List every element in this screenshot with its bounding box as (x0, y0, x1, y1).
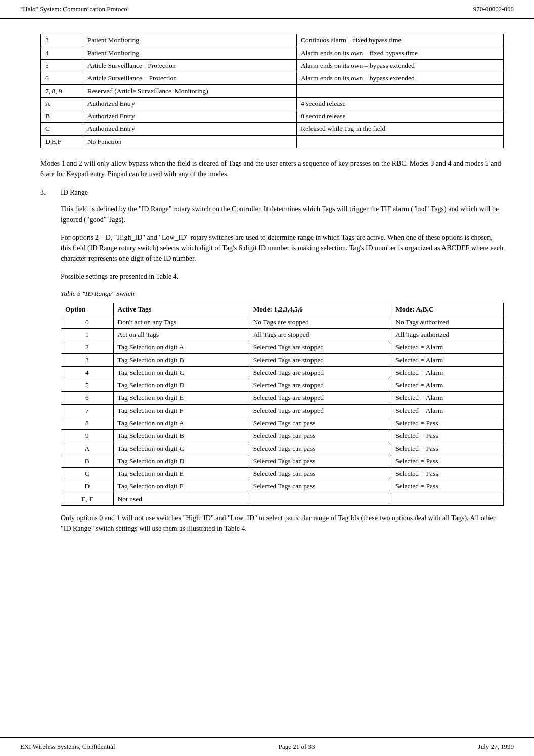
page-content: 3Patient MonitoringContinuos alarm – fix… (0, 19, 534, 571)
header-right: 970-00002-000 (473, 5, 514, 13)
table-row: AAuthorized Entry4 second release (41, 98, 504, 110)
header-left: "Halo" System: Communication Protocol (20, 5, 129, 13)
table-row: DTag Selection on digit FSelected Tags c… (61, 480, 504, 493)
table-row: BTag Selection on digit DSelected Tags c… (61, 455, 504, 468)
section-number: 3. (40, 189, 61, 197)
table-row: 8Tag Selection on digit ASelected Tags c… (61, 417, 504, 430)
table-row: 0Don't act on any TagsNo Tags are stoppe… (61, 316, 504, 329)
table-row: BAuthorized Entry8 second release (41, 110, 504, 123)
footer-center: Page 21 of 33 (279, 743, 315, 751)
table-row: 6Tag Selection on digit ESelected Tags a… (61, 392, 504, 405)
section-title: ID Range (61, 189, 88, 197)
table-row: 7, 8, 9Reserved (Article Surveillance–Mo… (41, 85, 504, 98)
table-row: 9Tag Selection on digit BSelected Tags c… (61, 430, 504, 442)
top-table: 3Patient MonitoringContinuos alarm – fix… (40, 34, 504, 148)
table-row: 4Tag Selection on digit CSelected Tags a… (61, 367, 504, 379)
page-footer: EXI Wireless Systems, Confidential Page … (0, 737, 534, 756)
table-row: 6Article Surveillance – ProtectionAlarm … (41, 72, 504, 85)
table-row: 4Patient MonitoringAlarm ends on its own… (41, 47, 504, 60)
table-row: 1Act on all TagsAll Tags are stoppedAll … (61, 329, 504, 341)
table-row: CAuthorized EntryReleased while Tag in t… (41, 123, 504, 136)
paragraph-modes: Modes 1 and 2 will only allow bypass whe… (40, 158, 504, 180)
section-3-body: This field is defined by the "ID Range" … (61, 204, 504, 534)
page-header: "Halo" System: Communication Protocol 97… (0, 0, 534, 19)
table-row: 3Tag Selection on digit BSelected Tags a… (61, 354, 504, 367)
footer-left: EXI Wireless Systems, Confidential (20, 743, 115, 751)
table-row: 3Patient MonitoringContinuos alarm – fix… (41, 34, 504, 47)
table-row: D,E,FNo Function (41, 136, 504, 148)
table-row: 5Tag Selection on digit DSelected Tags a… (61, 379, 504, 392)
table-row: ATag Selection on digit CSelected Tags c… (61, 442, 504, 455)
table-row: E, FNot used (61, 493, 504, 506)
paragraph-after-table: Only options 0 and 1 will not use switch… (61, 513, 504, 534)
section3-para1: This field is defined by the "ID Range" … (61, 204, 504, 225)
table5-header-row: OptionActive TagsMode: 1,2,3,4,5,6Mode: … (61, 303, 504, 316)
table5: OptionActive TagsMode: 1,2,3,4,5,6Mode: … (61, 303, 504, 506)
section3-para3: Possible settings are presented in Table… (61, 271, 504, 282)
section3-para2: For options 2 – D, "High_ID" and "Low_ID… (61, 232, 504, 264)
table-row: 2Tag Selection on digit ASelected Tags a… (61, 341, 504, 354)
table-row: 5Article Surveillance - ProtectionAlarm … (41, 60, 504, 72)
table5-caption: Table 5 "ID Range" Switch (61, 290, 504, 298)
footer-right: July 27, 1999 (478, 743, 514, 751)
table-row: 7Tag Selection on digit FSelected Tags a… (61, 405, 504, 417)
table-row: CTag Selection on digit ESelected Tags c… (61, 468, 504, 480)
section-3: 3. ID Range (40, 189, 504, 197)
